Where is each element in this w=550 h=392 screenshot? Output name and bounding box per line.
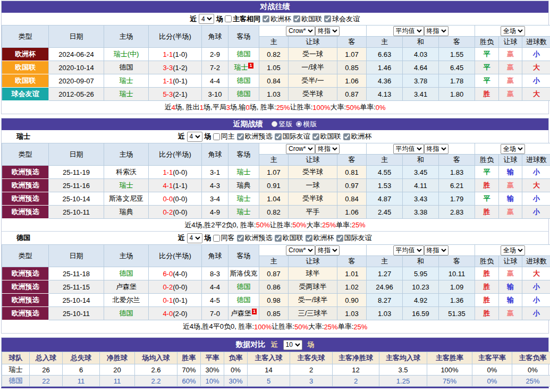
away-team: 德国	[229, 88, 259, 101]
league-checkbox[interactable]	[293, 15, 300, 22]
avg-source-select[interactable]: 平均值	[393, 245, 424, 255]
league-checkbox[interactable]	[324, 15, 331, 22]
toggle-checkbox[interactable]	[213, 133, 220, 140]
avg-draw: 3.43	[403, 192, 439, 206]
recent-count-select[interactable]: 4	[187, 132, 202, 142]
league-checkbox-label[interactable]: 国际友谊	[335, 233, 372, 243]
avg-away: 1.80	[439, 88, 475, 101]
match-type-badge: 欧洲预选	[2, 192, 49, 206]
toggle-checkbox[interactable]	[225, 15, 232, 22]
match-date: 25-11-18	[49, 267, 104, 280]
match-score: 0-2(0-0)	[149, 280, 202, 294]
league-checkbox[interactable]	[336, 235, 343, 242]
result-text: 输	[507, 194, 514, 202]
radio-label-text: 竖版	[279, 120, 293, 128]
toggle-checkbox-label[interactable]: 同主	[211, 132, 235, 141]
league-checkbox-label[interactable]: 球会友谊	[323, 14, 360, 24]
summary-text: 让胜率:	[272, 322, 294, 331]
summary-text: 让胜率:	[270, 220, 293, 230]
home-team: 科索沃	[104, 166, 149, 179]
scope-select[interactable]: 全场	[501, 26, 525, 36]
result-text: 大	[533, 90, 540, 98]
league-checkbox[interactable]	[312, 133, 319, 140]
league-checkbox-label[interactable]: 欧洲杯	[261, 14, 291, 24]
league-checkbox-label[interactable]: 欧洲杯	[304, 233, 334, 243]
league-checkbox-label[interactable]: 欧洲杯	[342, 132, 372, 141]
league-checkbox[interactable]	[237, 133, 244, 140]
result-text: 大	[533, 181, 540, 189]
radio-icon[interactable]	[272, 121, 277, 127]
stat-value: 70%	[177, 364, 201, 376]
match-date: 2020-09-07	[49, 74, 104, 88]
odds-source-select[interactable]: Crow*	[286, 26, 315, 36]
result-handicap: 赢	[499, 267, 522, 280]
radio-icon[interactable]	[296, 121, 302, 127]
odds-source-select[interactable]: Crow*	[286, 245, 315, 255]
avg-home: 1.46	[367, 61, 403, 74]
halftime-score: (0-1)	[173, 77, 187, 85]
league-checkbox-label[interactable]: 欧国联	[311, 132, 341, 141]
avg-draw: 4.11	[403, 179, 439, 192]
match-score: 0-0(0-0)	[149, 192, 202, 206]
away-team-name: 卢森堡	[231, 309, 251, 317]
odds-handicap: 受一/球半	[289, 294, 337, 307]
league-checkbox[interactable]	[343, 133, 350, 140]
fulltime-score: 1-1	[163, 50, 173, 58]
odds-final-select[interactable]: 终指	[315, 26, 340, 36]
recent-count-select[interactable]: 4	[199, 14, 214, 24]
sub-col-header: 客	[439, 256, 475, 267]
odds-final-select[interactable]: 终指	[315, 245, 340, 255]
recent-section: 近期战绩 竖版横版 瑞士 近4场同主欧洲预选国际友谊欧国联欧洲杯 类型日期主场比…	[1, 118, 549, 334]
layout-radio-option[interactable]: 横版	[296, 120, 317, 128]
league-checkbox[interactable]	[306, 235, 312, 242]
stat-value: 0%	[512, 364, 550, 376]
league-label-text: 欧国联	[301, 14, 322, 24]
match-row: 球会友谊2012-05-26瑞士5-3(2-1)3-10德国1.03受半球0.8…	[2, 88, 550, 101]
league-checkbox-label[interactable]: 欧洲预选	[235, 233, 273, 243]
avg-source-select[interactable]: 平均值	[393, 26, 424, 36]
league-label-text: 球会友谊	[332, 14, 360, 24]
away-team-name: 斯洛伐克	[230, 269, 258, 277]
match-date: 25-10-11	[49, 307, 104, 320]
match-date: 2024-06-24	[49, 48, 104, 61]
toggle-checkbox[interactable]	[213, 235, 220, 242]
avg-source-select[interactable]: 平均值	[393, 144, 424, 154]
odds-source-select[interactable]: Crow*	[286, 144, 315, 154]
result-handicap: 输	[499, 294, 522, 307]
result-outcome: 平	[475, 166, 499, 179]
result-outcome: 平	[475, 48, 499, 61]
toggle-label-text: 同主	[221, 132, 235, 141]
odds-away: 0.85	[337, 61, 367, 74]
avg-final-select[interactable]: 终指	[424, 144, 449, 154]
result-outcome: 胜	[475, 280, 499, 294]
sub-col-header: 让球	[499, 155, 522, 166]
league-checkbox[interactable]	[275, 235, 282, 242]
result-text: 胜	[484, 269, 490, 277]
sub-col-header: 让球	[289, 256, 337, 267]
avg-final-select[interactable]: 终指	[424, 245, 449, 255]
avg-final-select[interactable]: 终指	[424, 26, 449, 36]
result-text: 赢	[507, 269, 514, 277]
toggle-checkbox-label[interactable]: 主客相同	[223, 14, 260, 24]
match-date: 25-10-14	[49, 294, 104, 307]
home-team: 瑞士(中)	[104, 48, 149, 61]
league-checkbox[interactable]	[275, 133, 282, 140]
match-row: 欧洲预选25-10-11德国4-0(2-0)7-0卢森堡10.85三/三球半1.…	[2, 307, 550, 320]
avg-away: 6.21	[439, 179, 475, 192]
result-text: 输	[507, 168, 514, 176]
league-checkbox-label[interactable]: 欧国联	[292, 14, 322, 24]
league-checkbox[interactable]	[237, 235, 244, 242]
home-team-name: 瑞士	[120, 90, 133, 98]
recent-count-select[interactable]: 4	[187, 233, 202, 243]
odds-final-select[interactable]: 终指	[315, 144, 340, 154]
league-checkbox-label[interactable]: 欧国联	[273, 233, 303, 243]
scope-select[interactable]: 全场	[501, 245, 525, 255]
toggle-checkbox-label[interactable]: 同客	[211, 233, 235, 243]
layout-radio-option[interactable]: 竖版	[272, 120, 293, 128]
compare-count-select[interactable]: 10	[283, 340, 302, 350]
col-header: 日期	[49, 245, 104, 267]
league-checkbox[interactable]	[263, 15, 269, 22]
league-checkbox-label[interactable]: 国际友谊	[273, 132, 310, 141]
league-checkbox-label[interactable]: 欧洲预选	[235, 132, 273, 141]
scope-select[interactable]: 全场	[501, 144, 525, 154]
